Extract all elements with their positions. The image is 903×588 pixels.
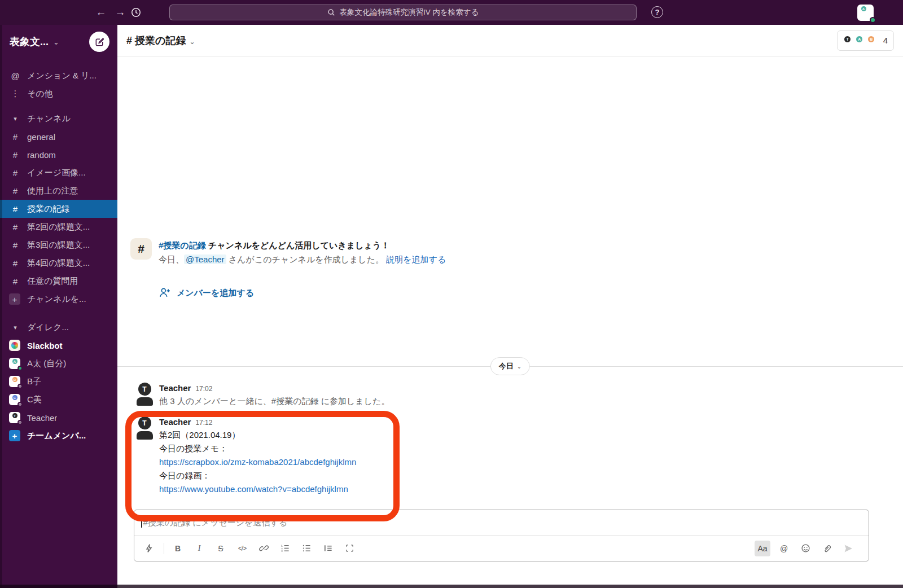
bulleted-list-icon[interactable]	[299, 541, 314, 556]
inline-code-button[interactable]: </>	[234, 541, 250, 556]
presence-offline-dot	[17, 384, 23, 389]
chevron-down-icon: ⌄	[53, 38, 89, 46]
sidebar-channel-assignment3[interactable]: # 第3回の課題文...	[0, 236, 117, 254]
message-input[interactable]: #授業の記録 にメッセージを送信する	[134, 510, 869, 535]
avatar: B	[9, 376, 20, 387]
mention-teacher[interactable]: @Teacher	[184, 254, 226, 264]
sidebar-channel-assignment4[interactable]: # 第4回の課題文...	[0, 254, 117, 272]
add-channel-button[interactable]: + チャンネルを...	[0, 290, 117, 308]
channel-title[interactable]: # 授業の記録⌄	[126, 34, 195, 47]
dm-b[interactable]: B B子	[0, 372, 117, 390]
intro-body: 今日、@Teacher さんがこのチャンネルを作成しました。 説明を追加する	[159, 252, 446, 266]
slack-app: ← → 表象文化論特殊研究演習IV 内を検索する ? A 表象文... ⌄	[0, 0, 903, 588]
ordered-list-icon[interactable]	[277, 541, 293, 556]
message-header: Teacher17:02	[159, 383, 389, 394]
compose-button[interactable]	[89, 32, 109, 52]
strikethrough-button[interactable]: S	[213, 541, 229, 556]
youtube-link[interactable]: https://www.youtube.com/watch?v=abcdefgh…	[159, 482, 356, 496]
message-class-record[interactable]: T Teacher17:12 第2回（2021.04.19） 今日の授業メモ： …	[134, 416, 356, 496]
emoji-icon[interactable]	[797, 541, 813, 556]
history-back-icon[interactable]: ←	[91, 6, 111, 19]
slackbot-avatar	[9, 340, 20, 351]
hash-icon: #	[9, 258, 21, 268]
message-line: 第2回（2021.04.19）	[159, 428, 356, 442]
channels-section-header[interactable]: ▾ チャンネル	[0, 109, 117, 128]
composer-toolbar: B I S </> Aa	[134, 535, 869, 561]
sidebar-channel-random[interactable]: # random	[0, 146, 117, 164]
hash-icon: #	[9, 222, 21, 232]
intro-title: #授業の記録 チャンネルをどんどん活用していきましょう！	[159, 238, 446, 252]
invite-teammates-button[interactable]: + チームメンバ...	[0, 427, 117, 445]
vertical-dots-icon: ⋮	[9, 89, 21, 99]
history-forward-icon[interactable]: →	[111, 6, 130, 19]
profile-avatar[interactable]: A	[857, 5, 874, 21]
avatar: T	[134, 383, 155, 406]
member-avatar: B	[867, 36, 876, 45]
italic-button[interactable]: I	[191, 541, 207, 556]
message-author[interactable]: Teacher	[159, 383, 191, 393]
message-composer: #授業の記録 にメッセージを送信する B I S </>	[134, 510, 869, 561]
avatar: A	[9, 358, 20, 369]
add-description-link[interactable]: 説明を追加する	[386, 254, 446, 264]
channel-members-button[interactable]: T A B 4	[837, 30, 894, 51]
chevron-down-icon: ▾	[9, 324, 21, 331]
message-line: 今日の授業メモ：	[159, 442, 356, 455]
compose-pencil-icon	[94, 37, 105, 47]
shortcuts-lightning-icon[interactable]	[141, 541, 157, 556]
sidebar-item-more[interactable]: ⋮ その他	[0, 85, 117, 103]
dm-slackbot[interactable]: Slackbot	[0, 336, 117, 354]
workspace-menu[interactable]: 表象文... ⌄	[0, 25, 117, 59]
bold-button[interactable]: B	[170, 541, 186, 556]
message-timestamp[interactable]: 17:12	[195, 419, 212, 427]
chevron-down-icon: ⌄	[189, 38, 195, 46]
search-icon	[327, 8, 335, 16]
message-line: 今日の録画：	[159, 469, 356, 482]
message-author[interactable]: Teacher	[159, 417, 191, 427]
hash-icon: #	[9, 168, 21, 178]
hash-icon: #	[9, 277, 21, 286]
history-clock-icon[interactable]	[130, 6, 142, 19]
text-cursor	[141, 517, 142, 528]
date-divider: 今日 ⌄	[117, 357, 903, 375]
person-add-icon	[159, 287, 171, 299]
message-join[interactable]: T Teacher17:02 他 3 人のメンバーと一緒に、#授業の記録 に参加…	[134, 383, 389, 408]
sidebar-channel-class-record[interactable]: # 授業の記録	[0, 200, 117, 218]
message-text: 第2回（2021.04.19） 今日の授業メモ： https://scrapbo…	[159, 428, 356, 496]
date-pill-button[interactable]: 今日 ⌄	[490, 357, 530, 375]
link-icon[interactable]	[256, 541, 271, 556]
add-members-button[interactable]: メンバーを追加する	[159, 287, 254, 299]
presence-offline-dot	[17, 420, 23, 425]
code-block-icon[interactable]	[341, 541, 357, 556]
search-input[interactable]: 表象文化論特殊研究演習IV 内を検索する	[169, 5, 637, 20]
attachment-icon[interactable]	[819, 541, 835, 556]
scrapbox-link[interactable]: https://scrapbox.io/zmz-komaba2021/abcde…	[159, 455, 356, 469]
sidebar-channel-notes[interactable]: # 使用上の注意	[0, 182, 117, 200]
member-avatar: T	[843, 36, 852, 45]
mention-button[interactable]: @	[776, 541, 792, 556]
member-count: 4	[883, 36, 888, 45]
sidebar-list: @ メンション & リ... ⋮ その他 ▾ チャンネル # general #…	[0, 59, 117, 445]
main-area: # 授業の記録⌄ T A B 4 # #授業の記録 チャンネルをどんどん活用して…	[117, 25, 903, 588]
format-toggle-button[interactable]: Aa	[755, 541, 770, 556]
channel-intro: # #授業の記録 チャンネルをどんどん活用していきましょう！ 今日、@Teach…	[130, 238, 446, 266]
blockquote-icon[interactable]	[320, 541, 336, 556]
sidebar-channel-image[interactable]: # イメージ画像...	[0, 164, 117, 182]
dm-teacher[interactable]: T Teacher	[0, 409, 117, 427]
composer-placeholder: #授業の記録 にメッセージを送信する	[143, 517, 288, 528]
message-text: 他 3 人のメンバーと一緒に、#授業の記録 に参加しました。	[159, 394, 389, 408]
avatar: C	[9, 394, 20, 405]
send-icon[interactable]	[840, 541, 856, 556]
channel-link[interactable]: #授業の記録	[159, 240, 206, 250]
toolbar-divider	[164, 543, 164, 554]
window-edge	[0, 25, 2, 588]
sidebar-item-mentions[interactable]: @ メンション & リ...	[0, 67, 117, 85]
sidebar-channel-assignment2[interactable]: # 第2回の課題文...	[0, 218, 117, 236]
dm-a-self[interactable]: A A太 (自分)	[0, 354, 117, 372]
dm-section-header[interactable]: ▾ ダイレク...	[0, 318, 117, 336]
help-icon[interactable]: ?	[651, 6, 663, 18]
message-timestamp[interactable]: 17:02	[195, 385, 212, 393]
sidebar-channel-general[interactable]: # general	[0, 128, 117, 146]
sidebar-channel-questions[interactable]: # 任意の質問用	[0, 272, 117, 290]
member-avatar: A	[855, 36, 864, 45]
dm-c[interactable]: C C美	[0, 390, 117, 409]
